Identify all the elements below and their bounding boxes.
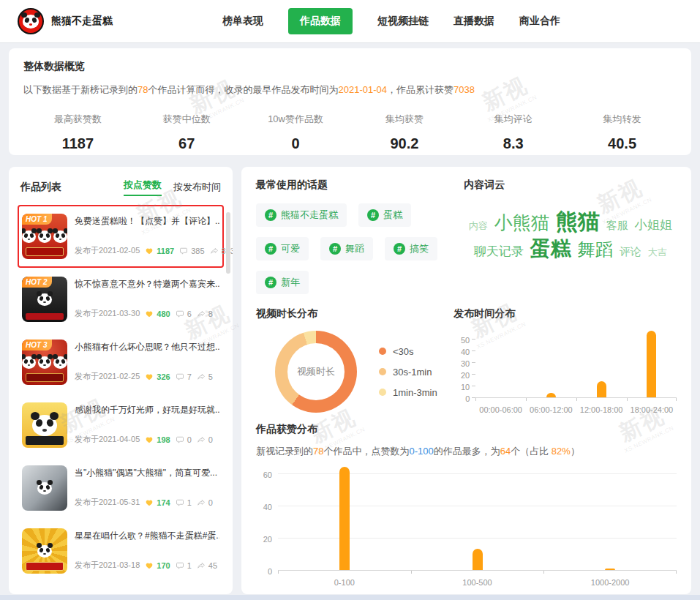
- comment-count: 0: [187, 435, 192, 444]
- like-count: 480: [157, 310, 170, 318]
- sort-tab[interactable]: 按发布时间: [173, 181, 221, 194]
- stat-value: 40.5: [568, 135, 677, 152]
- work-title: 星星在唱什么歌？#熊猫不走蛋糕#蛋...: [75, 530, 219, 542]
- nav-tab[interactable]: 商业合作: [519, 15, 560, 28]
- stat-value: 67: [132, 135, 241, 152]
- hashtag-icon: #: [265, 243, 276, 255]
- share-count: 0: [208, 435, 213, 444]
- highlight-value: 78: [313, 446, 323, 457]
- publish-time-section: 发布时间分布 0102030405000:00-06:0006:00-12:00…: [454, 307, 677, 414]
- topic-tag[interactable]: #可爱: [256, 237, 309, 260]
- likes-distribution-chart: 02040600-100100-5001000-2000: [256, 467, 677, 587]
- work-item[interactable]: 当"小熊猫"偶遇"大熊猫"，简直可爱...发布于2021-05-3117410: [18, 457, 224, 520]
- like-icon: [145, 310, 154, 318]
- thumbnail-banner: [26, 562, 64, 571]
- x-axis-label: 06:00-12:00: [526, 405, 576, 414]
- x-tick: [543, 571, 544, 574]
- publish-date: 发布于2021-02-05: [75, 245, 140, 256]
- legend-label: <30s: [393, 346, 414, 357]
- share-icon: [197, 372, 206, 381]
- work-item[interactable]: HOT 2惊不惊喜意不意外？特邀两个嘉宾来...发布于2021-03-30480…: [18, 268, 224, 331]
- work-thumbnail: [22, 465, 67, 511]
- stat-item: 获赞中位数67: [132, 113, 241, 152]
- topic-tag[interactable]: #熊猫不走蛋糕: [256, 203, 347, 227]
- work-meta: 发布于2021-04-0519800: [75, 434, 219, 445]
- like-icon: [145, 435, 154, 444]
- topic-tag-label: 蛋糕: [383, 209, 402, 222]
- legend-item: 1min-3min: [379, 387, 437, 398]
- stat-label: 集均获赞: [350, 113, 459, 126]
- y-tick: [472, 374, 475, 375]
- work-body: 感谢我的千万灯光师，好玩是好玩就...发布于2021-04-0519800: [75, 402, 219, 448]
- overview-card: 整体数据概览 以下数据基于新榜记录到的78个作品计算而得，收录的最早作品发布时间…: [9, 48, 691, 155]
- publish-date: 发布于2021-03-30: [75, 308, 140, 319]
- like-icon: [145, 498, 154, 507]
- like-count: 174: [157, 498, 170, 507]
- work-item[interactable]: 感谢我的千万灯光师，好玩是好玩就...发布于2021-04-0519800: [18, 394, 224, 457]
- word-cloud-word: 舞蹈: [578, 239, 613, 260]
- x-axis-label: 00:00-06:00: [475, 405, 526, 414]
- y-axis-label: 40: [454, 348, 470, 356]
- nav-tab[interactable]: 短视频挂链: [377, 15, 429, 28]
- work-item[interactable]: HOT 1免费送蛋糕啦！【点赞】并【评论】...发布于2021-02-05118…: [18, 205, 224, 268]
- topic-tag-label: 可爱: [281, 242, 300, 255]
- work-item[interactable]: 星星在唱什么歌？#熊猫不走蛋糕#蛋...发布于2021-03-18170145: [18, 520, 224, 582]
- stat-item: 集均转发40.5: [568, 113, 677, 152]
- topbar: 熊猫不走蛋糕 榜单表现作品数据短视频挂链直播数据商业合作: [0, 0, 700, 42]
- y-tick: [472, 386, 475, 386]
- word-cloud: 内容小熊猫熊猫客服小姐姐聊天记录蛋糕舞蹈评论大吉: [464, 208, 677, 261]
- topic-tag[interactable]: #搞笑: [385, 237, 437, 260]
- hashtag-icon: #: [394, 243, 405, 255]
- work-title: 感谢我的千万灯光师，好玩是好玩就...: [75, 404, 219, 416]
- footer-strip: [0, 595, 700, 600]
- legend-item: 30s-1min: [379, 367, 437, 378]
- scrollbar-thumb[interactable]: [226, 212, 230, 274]
- highlight-value: 7038: [454, 84, 475, 95]
- donut-center-label: 视频时长: [297, 365, 335, 378]
- wordcloud-title: 内容词云: [464, 179, 677, 192]
- word-cloud-word: 内容: [469, 220, 488, 232]
- bar: [339, 467, 350, 570]
- page: 熊猫不走蛋糕 榜单表现作品数据短视频挂链直播数据商业合作 整体数据概览 以下数据…: [0, 0, 700, 600]
- likes-dist-section: 作品获赞分布 新视记录到的78个作品中，点赞数为0-100的作品最多，为64个（…: [256, 423, 677, 587]
- stat-item: 集均评论8.3: [459, 113, 568, 152]
- topic-tag[interactable]: #新年: [256, 271, 309, 294]
- works-header: 作品列表 按点赞数按发布时间: [18, 177, 224, 205]
- nav-tab[interactable]: 直播数据: [454, 15, 494, 28]
- sort-tab[interactable]: 按点赞数: [124, 179, 162, 196]
- word-cloud-line: 内容小熊猫熊猫客服小姐姐: [464, 208, 677, 236]
- charts-row: 视频时长分布 视频时长 <30s30s-1min1min-3min 发布时间分布: [256, 307, 677, 414]
- duration-title: 视频时长分布: [256, 307, 454, 320]
- work-item[interactable]: HOT 3小熊猫有什么坏心思呢？他只不过想...发布于2021-02-25326…: [18, 331, 224, 394]
- legend-dot: [379, 368, 386, 375]
- word-cloud-word: 蛋糕: [530, 236, 571, 261]
- comment-count: 6: [187, 310, 192, 318]
- nav-tab[interactable]: 榜单表现: [222, 15, 263, 28]
- share-icon: [197, 435, 206, 444]
- comment-icon: [176, 372, 184, 381]
- topic-tag[interactable]: #舞蹈: [320, 237, 373, 260]
- nav-tab[interactable]: 作品数据: [288, 8, 353, 34]
- bar: [473, 549, 483, 570]
- like-count: 170: [157, 561, 170, 570]
- comment-icon: [176, 435, 184, 444]
- y-axis-label: 40: [256, 503, 272, 511]
- publish-date: 发布于2021-05-31: [75, 497, 140, 508]
- desc-text: 新视记录到的: [256, 446, 313, 457]
- stat-label: 获赞中位数: [132, 113, 241, 126]
- topic-tags: #熊猫不走蛋糕#蛋糕#可爱#舞蹈#搞笑#新年: [256, 203, 446, 294]
- highlight-value: 78: [138, 84, 148, 95]
- desc-text: ）: [571, 446, 580, 457]
- hot-badge: HOT 2: [22, 277, 52, 288]
- legend-item: <30s: [379, 346, 437, 357]
- overview-title: 整体数据概览: [23, 60, 677, 73]
- panda-icon: [53, 356, 67, 369]
- hot-badge: HOT 3: [22, 340, 52, 350]
- share-count: 45: [208, 561, 217, 570]
- topic-tag[interactable]: #蛋糕: [358, 203, 411, 227]
- like-icon: [145, 372, 154, 381]
- work-thumbnail: [22, 528, 67, 574]
- work-thumbnail: HOT 2: [22, 277, 67, 322]
- panda-icon: [38, 230, 52, 243]
- share-icon: [197, 561, 206, 570]
